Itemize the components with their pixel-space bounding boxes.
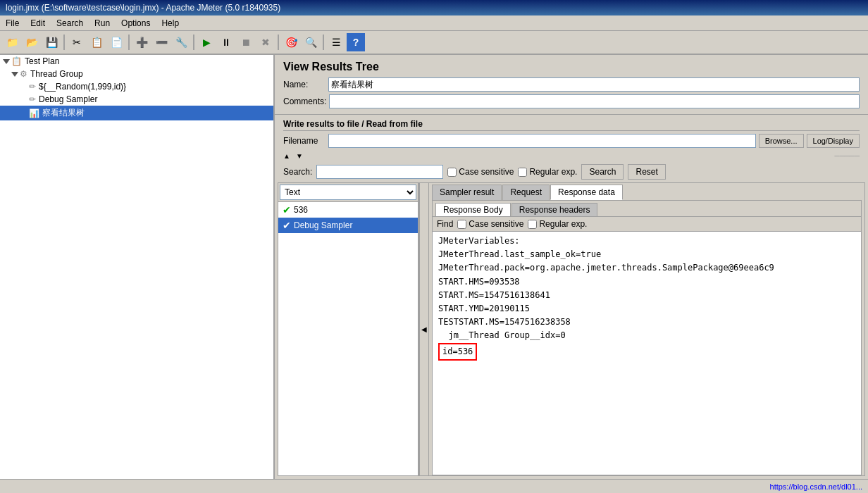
- success-icon-debug: ✔: [283, 220, 291, 231]
- reset-button[interactable]: Reset: [628, 164, 665, 180]
- save-btn[interactable]: 💾: [42, 33, 61, 51]
- menu-help[interactable]: Help: [159, 17, 182, 30]
- tree-item-label-debug: Debug Sampler: [39, 94, 97, 104]
- expand-icon-thread-group: [11, 72, 18, 77]
- find-case-sensitive-checkbox[interactable]: [457, 220, 466, 229]
- search-button[interactable]: Search: [581, 164, 624, 180]
- view-results-icon: 📊: [29, 108, 39, 118]
- tree-item-random-var[interactable]: ✏ ${__Random(1,999,id)}: [0, 80, 273, 93]
- config-btn[interactable]: 🔧: [172, 33, 190, 51]
- expand-icon-test-plan: [3, 59, 10, 64]
- title-bar: login.jmx (E:\software\testcase\login.jm…: [0, 0, 868, 15]
- remove-btn[interactable]: ➖: [152, 33, 170, 51]
- copy-btn[interactable]: 📋: [87, 33, 106, 51]
- detail-panel: Sampler result Request Response data Res…: [429, 183, 864, 475]
- thread-group-icon: ⚙: [20, 69, 27, 79]
- stop-btn[interactable]: ⏹: [237, 33, 255, 51]
- response-line-7: TESTSTART.MS=1547516238358: [438, 316, 855, 329]
- result-item-debug[interactable]: ✔ Debug Sampler: [278, 218, 418, 233]
- search-toolbar-btn[interactable]: 🔍: [302, 33, 320, 51]
- tree-item-debug-sampler[interactable]: ✏ Debug Sampler: [0, 93, 273, 106]
- down-arrow-icon[interactable]: ▼: [293, 152, 306, 160]
- regular-exp-label[interactable]: Regular exp.: [518, 167, 577, 177]
- tree-item-view-results[interactable]: 📊 察看结果树: [0, 106, 273, 120]
- response-line-8: jm__Thread Group__idx=0: [438, 329, 855, 342]
- response-line-5: START.MS=1547516138641: [438, 289, 855, 302]
- comments-label: Comments:: [283, 96, 326, 106]
- menu-search[interactable]: Search: [54, 17, 86, 30]
- success-icon-536: ✔: [283, 204, 291, 216]
- filename-input[interactable]: [328, 134, 756, 148]
- result-item-536[interactable]: ✔ 536: [278, 202, 418, 218]
- toolbar-sep-3: [193, 35, 194, 50]
- comments-row: Comments:: [283, 94, 860, 108]
- response-content: JMeterVariables: JMeterThread.last_sampl…: [433, 232, 861, 475]
- menu-file[interactable]: File: [3, 17, 22, 30]
- tab-sampler-result[interactable]: Sampler result: [432, 185, 502, 200]
- list-btn[interactable]: ☰: [327, 33, 345, 51]
- filename-row: Filename Browse... Log/Display: [283, 134, 860, 148]
- menu-edit[interactable]: Edit: [27, 17, 48, 30]
- case-sensitive-checkbox[interactable]: [447, 168, 457, 177]
- find-regular-exp-checkbox[interactable]: [528, 220, 537, 229]
- scroll-right-indicator: ─────: [832, 152, 862, 160]
- text-dropdown-select[interactable]: Text HTML JSON XML RegExp Tester: [280, 185, 416, 200]
- clear-btn[interactable]: ✖: [256, 33, 275, 51]
- log-display-button[interactable]: Log/Display: [807, 134, 860, 148]
- response-line-4: START.HMS=093538: [438, 275, 855, 289]
- result-label-debug: Debug Sampler: [294, 220, 352, 230]
- tree-item-label-view-results: 察看结果树: [42, 107, 85, 119]
- regular-exp-checkbox[interactable]: [518, 168, 527, 177]
- search-input[interactable]: [316, 165, 443, 179]
- find-bar: Find Case sensitive Regular exp.: [433, 217, 861, 232]
- toolbar-sep-1: [63, 35, 65, 50]
- subtab-response-body[interactable]: Response Body: [435, 203, 511, 216]
- collapse-icon: ◀: [421, 325, 427, 333]
- menu-options[interactable]: Options: [118, 17, 153, 30]
- sub-tab-bar: Response Body Response headers: [433, 201, 861, 217]
- tree-item-test-plan[interactable]: 📋 Test Plan: [0, 55, 273, 68]
- start-btn[interactable]: ▶: [197, 33, 216, 51]
- response-line-3: JMeterThread.pack=org.apache.jmeter.thre…: [438, 261, 855, 275]
- highlight-id-value: id=536: [438, 343, 477, 361]
- help-btn[interactable]: ?: [347, 33, 365, 51]
- response-highlighted-line: id=536: [438, 343, 855, 361]
- test-plan-icon: 📋: [11, 56, 22, 66]
- title-text: login.jmx (E:\software\testcase\login.jm…: [6, 3, 280, 13]
- tree-item-label-thread-group: Thread Group: [30, 69, 83, 79]
- tab-response-data[interactable]: Response data: [550, 185, 623, 200]
- paste-btn[interactable]: 📄: [107, 33, 125, 51]
- tab-content-response-data: Response Body Response headers Find Case…: [432, 200, 862, 475]
- browse-button[interactable]: Browse...: [759, 134, 804, 148]
- pause-btn[interactable]: ⏸: [217, 33, 235, 51]
- toolbar-sep-2: [128, 35, 130, 50]
- text-dropdown-bar: Text HTML JSON XML RegExp Tester: [278, 183, 418, 202]
- new-btn[interactable]: 📁: [3, 33, 21, 51]
- tree-item-thread-group[interactable]: ⚙ Thread Group: [0, 68, 273, 80]
- comments-input[interactable]: [329, 94, 860, 108]
- tree-panel: 📋 Test Plan ⚙ Thread Group ✏ ${__Random(…: [0, 55, 275, 479]
- menu-bar: File Edit Search Run Options Help: [0, 15, 868, 31]
- cut-btn[interactable]: ✂: [68, 33, 86, 51]
- search-label: Search:: [283, 167, 312, 177]
- open-btn[interactable]: 📂: [23, 33, 41, 51]
- scroll-indicator-1: ▲ ▼ ─────: [275, 151, 868, 161]
- toolbar: 📁 📂 💾 ✂ 📋 📄 ➕ ➖ 🔧 ▶ ⏸ ⏹ ✖ 🎯 🔍 ☰ ?: [0, 31, 868, 55]
- results-list-panel: Text HTML JSON XML RegExp Tester ✔ 536 ✔…: [278, 183, 419, 475]
- up-arrow-icon[interactable]: ▲: [280, 152, 293, 160]
- result-label-536: 536: [294, 205, 308, 215]
- add-btn[interactable]: ➕: [132, 33, 151, 51]
- subtab-response-headers[interactable]: Response headers: [512, 203, 598, 216]
- case-sensitive-label[interactable]: Case sensitive: [447, 167, 514, 177]
- name-input[interactable]: [328, 77, 860, 92]
- menu-run[interactable]: Run: [92, 17, 113, 30]
- find-case-sensitive-label[interactable]: Case sensitive: [457, 219, 523, 229]
- tab-request[interactable]: Request: [502, 185, 550, 200]
- collapse-arrow[interactable]: ◀: [419, 183, 429, 475]
- find-regular-exp-label[interactable]: Regular exp.: [528, 219, 587, 229]
- vrt-title: View Results Tree: [283, 61, 860, 73]
- tree-item-label-random: ${__Random(1,999,id)}: [39, 82, 126, 92]
- main-tab-bar: Sampler result Request Response data: [429, 183, 864, 200]
- target-btn[interactable]: 🎯: [282, 33, 300, 51]
- find-label: Find: [437, 219, 453, 229]
